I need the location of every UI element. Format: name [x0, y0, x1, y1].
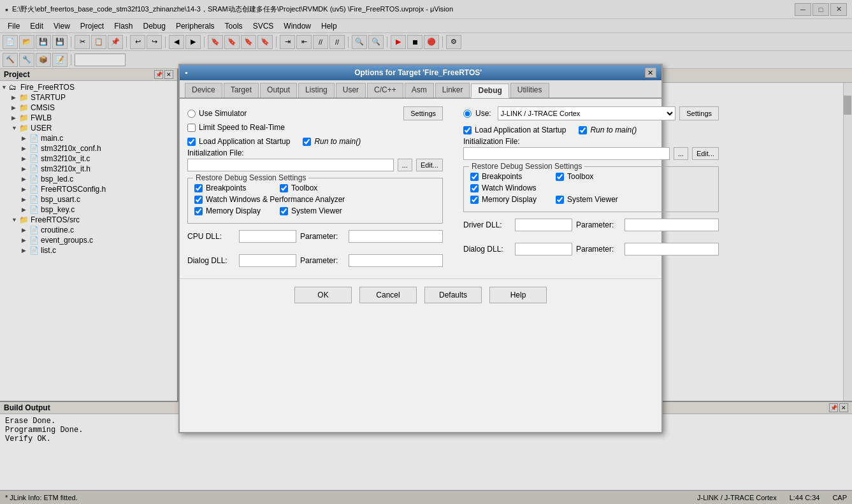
dialog-tab-listing[interactable]: Listing — [298, 83, 335, 97]
watch-windows-row-right: Watch Windows — [470, 184, 712, 192]
left-run-to-main-label: Run to main() — [314, 137, 361, 146]
dialog-param-label-left: Parameter: — [300, 256, 345, 265]
dialog-tab-output[interactable]: Output — [260, 83, 297, 97]
left-load-row: Load Application at Startup Run to main(… — [187, 137, 443, 146]
dialog-title-bar: ▪ Options for Target 'Fire_FreeRTOS' ✕ — [180, 65, 661, 80]
dialog-tab-utilities[interactable]: Utilities — [510, 83, 549, 97]
breakpoints-label-left: Breakpoints — [206, 184, 270, 192]
left-settings-button[interactable]: Settings — [403, 106, 443, 120]
watch-windows-label-left: Watch Windows & Performance Analyzer — [206, 195, 345, 204]
dialog-tab-debug[interactable]: Debug — [471, 83, 509, 98]
dialog-tab-user[interactable]: User — [336, 83, 366, 97]
ok-button[interactable]: OK — [294, 287, 352, 303]
breakpoints-row-left: Breakpoints Toolbox — [194, 184, 436, 192]
init-file-inputs-right: ... Edit... — [463, 147, 719, 160]
watch-windows-checkbox-right[interactable] — [470, 184, 479, 192]
left-run-to-main-checkbox[interactable] — [303, 138, 311, 146]
use-select[interactable]: J-LINK / J-TRACE Cortex — [498, 106, 676, 120]
breakpoints-checkbox-right[interactable] — [470, 173, 479, 181]
dialog-tab-asm[interactable]: Asm — [405, 83, 434, 97]
restore-group-label-right: Restore Debug Session Settings — [469, 162, 584, 171]
help-button[interactable]: Help — [489, 287, 547, 303]
restore-group-right: Restore Debug Session Settings Breakpoin… — [463, 166, 719, 212]
limit-speed-label: Limit Speed to Real-Time — [199, 123, 285, 132]
left-load-app-row: Load Application at Startup Run to main(… — [187, 137, 443, 146]
restore-group-left: Restore Debug Session Settings Breakpoin… — [187, 178, 443, 224]
use-simulator-label: Use Simulator — [199, 109, 247, 118]
dialog-tabs: DeviceTargetOutputListingUserC/C++AsmLin… — [180, 80, 661, 99]
dialog-tab-target[interactable]: Target — [224, 83, 259, 97]
cpu-param-label: Parameter: — [300, 232, 345, 241]
init-browse-btn-right[interactable]: ... — [674, 147, 688, 160]
init-edit-btn-left[interactable]: Edit... — [416, 159, 443, 171]
watch-windows-label-right: Watch Windows — [482, 184, 537, 192]
init-file-row-left: Initialization File: ... Edit... — [187, 148, 443, 171]
right-load-app-checkbox[interactable] — [463, 126, 472, 134]
options-dialog: ▪ Options for Target 'Fire_FreeRTOS' ✕ D… — [178, 64, 663, 433]
dialog-left-col: Use Simulator Settings Limit Speed to Re… — [187, 106, 443, 271]
use-label: Use: — [475, 109, 491, 118]
driver-param-input[interactable] — [625, 219, 719, 231]
watch-windows-row-left: Watch Windows & Performance Analyzer — [194, 195, 436, 204]
init-file-label-left: Initialization File: — [187, 148, 443, 157]
driver-dll-row: Driver DLL: SARMCM3.DLL Parameter: — [463, 219, 719, 231]
init-edit-btn-right[interactable]: Edit... — [692, 147, 719, 160]
dialog-tab-c/c++[interactable]: C/C++ — [367, 83, 403, 97]
right-load-app-label: Load Application at Startup — [475, 126, 566, 134]
dialog-buttons: OK Cancel Defaults Help — [180, 278, 661, 311]
init-file-input-left[interactable] — [187, 159, 394, 171]
init-file-inputs-left: ... Edit... — [187, 159, 443, 171]
breakpoints-checkbox-left[interactable] — [194, 184, 203, 192]
restore-group-label-left: Restore Debug Session Settings — [193, 173, 308, 182]
cpu-dll-label: CPU DLL: — [187, 232, 235, 241]
system-viewer-checkbox-left[interactable] — [280, 207, 288, 215]
toolbox-checkbox-right[interactable] — [556, 173, 564, 181]
memory-display-checkbox-right[interactable] — [470, 196, 479, 204]
memory-display-label-left: Memory Display — [206, 206, 270, 215]
right-settings-button[interactable]: Settings — [679, 106, 719, 120]
toolbox-label-right: Toolbox — [567, 172, 593, 181]
left-load-app-checkbox[interactable] — [187, 138, 196, 146]
defaults-button[interactable]: Defaults — [424, 287, 482, 303]
dialog-dll-label-left: Dialog DLL: — [187, 256, 235, 265]
cpu-dll-input[interactable]: SARMCM3.DLL — [239, 230, 296, 243]
driver-dll-label: Driver DLL: — [463, 220, 511, 229]
init-file-input-right[interactable] — [463, 147, 670, 160]
memory-display-checkbox-left[interactable] — [194, 207, 203, 215]
toolbox-label-left: Toolbox — [291, 184, 317, 192]
use-simulator-radio[interactable] — [187, 110, 196, 118]
dialog-right-col: Use: J-LINK / J-TRACE Cortex Settings Lo… — [463, 106, 719, 271]
toolbox-checkbox-left[interactable] — [280, 184, 288, 192]
cpu-param-input[interactable]: -REMAP — [349, 230, 443, 243]
dialog-param-input-right[interactable]: pCM3 — [625, 243, 719, 256]
dialog-close-button[interactable]: ✕ — [645, 68, 656, 78]
right-run-to-main-label: Run to main() — [590, 126, 637, 134]
driver-param-label: Parameter: — [576, 220, 621, 229]
init-browse-btn-left[interactable]: ... — [398, 159, 412, 171]
dialog-param-label-right: Parameter: — [576, 245, 621, 254]
breakpoints-row-right: Breakpoints Toolbox — [470, 172, 712, 181]
system-viewer-checkbox-right[interactable] — [556, 196, 564, 204]
cancel-button[interactable]: Cancel — [359, 287, 417, 303]
watch-windows-checkbox-left[interactable] — [194, 196, 203, 204]
limit-speed-row: Limit Speed to Real-Time — [187, 123, 443, 132]
modal-overlay: ▪ Options for Target 'Fire_FreeRTOS' ✕ D… — [0, 0, 852, 504]
left-load-app-label: Load Application at Startup — [199, 137, 290, 146]
right-run-to-main-checkbox[interactable] — [579, 126, 587, 134]
limit-speed-checkbox[interactable] — [187, 124, 196, 132]
use-radio[interactable] — [463, 110, 472, 118]
right-load-app-row: Load Application at Startup Run to main(… — [463, 126, 719, 134]
breakpoints-label-right: Breakpoints — [482, 172, 545, 181]
dialog-dll-input-left[interactable]: DCM.DLL — [239, 254, 296, 267]
dll-spacer — [187, 247, 443, 254]
dialog-body: Use Simulator Settings Limit Speed to Re… — [180, 99, 661, 278]
memory-display-label-right: Memory Display — [482, 195, 545, 204]
dialog-tab-linker[interactable]: Linker — [435, 83, 470, 97]
init-file-label-right: Initialization File: — [463, 137, 719, 146]
dialog-tab-device[interactable]: Device — [185, 83, 222, 97]
dialog-title-text: Options for Target 'Fire_FreeRTOS' — [354, 68, 482, 77]
init-file-row-right: Initialization File: ... Edit... — [463, 137, 719, 160]
driver-dll-input[interactable]: SARMCM3.DLL — [515, 219, 572, 231]
dialog-dll-input-right[interactable]: TCM.DLL — [515, 243, 572, 256]
dialog-param-input-left[interactable]: pCM3 — [349, 254, 443, 267]
